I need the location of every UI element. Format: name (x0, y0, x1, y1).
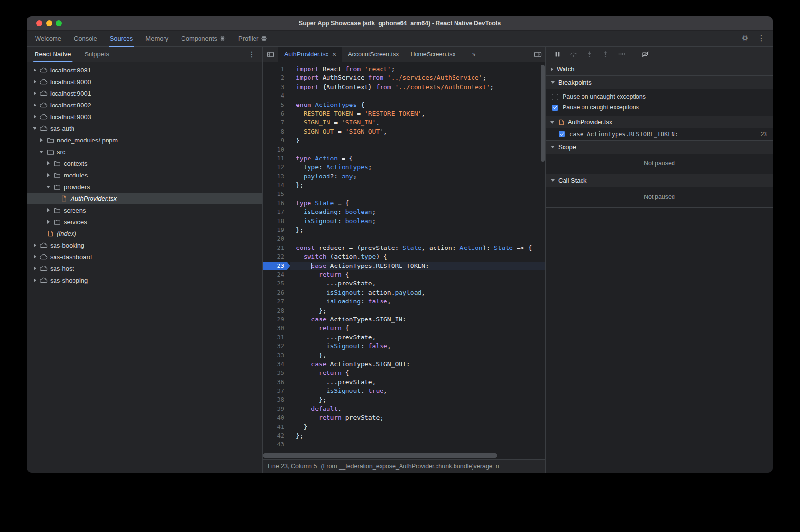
horizontal-scrollbar[interactable] (263, 453, 539, 458)
tree-item-authprovider-tsx[interactable]: AuthProvider.tsx (27, 193, 262, 204)
code-line[interactable] (290, 234, 545, 243)
code-line[interactable] (290, 91, 545, 100)
code-line[interactable]: return { (290, 270, 545, 279)
tree-item-localhost-9001[interactable]: localhost:9001 (27, 88, 262, 99)
tree-item-modules[interactable]: modules (27, 169, 262, 181)
code-line[interactable]: }; (290, 181, 545, 190)
tree-item-localhost-8081[interactable]: localhost:8081 (27, 64, 262, 76)
tab-sources[interactable]: Sources (104, 31, 140, 46)
step-out-button[interactable] (598, 48, 613, 61)
step-over-button[interactable] (566, 48, 581, 61)
code-line[interactable]: isLoading: false, (290, 297, 545, 306)
chevron-right-icon[interactable] (44, 208, 52, 212)
minimize-window-button[interactable] (46, 20, 52, 26)
code-line[interactable]: }; (290, 351, 545, 360)
code-line[interactable]: ...prevState, (290, 333, 545, 342)
code-line[interactable]: isSignout: false, (290, 342, 545, 351)
checkbox[interactable] (552, 94, 558, 100)
chevron-right-icon[interactable] (31, 91, 38, 95)
tree-item-localhost-9000[interactable]: localhost:9000 (27, 76, 262, 88)
code-line[interactable]: case ActionTypes.SIGN_IN: (290, 315, 545, 324)
close-window-button[interactable] (36, 20, 42, 26)
tree-item-localhost-9003[interactable]: localhost:9003 (27, 111, 262, 123)
line-number[interactable]: 2 (263, 73, 290, 82)
file-tab-homescreen-tsx[interactable]: HomeScreen.tsx (404, 47, 461, 62)
line-number[interactable]: 11 (263, 154, 290, 163)
code-line[interactable] (290, 440, 545, 449)
code-line[interactable]: isSignout: true, (290, 387, 545, 395)
tree-item-services[interactable]: services (27, 216, 262, 228)
line-number[interactable]: 32 (263, 342, 290, 351)
step-button[interactable] (614, 48, 629, 61)
code-line[interactable] (290, 145, 545, 154)
line-number[interactable]: 13 (263, 172, 290, 181)
tree-item-sas-booking[interactable]: sas-booking (27, 239, 262, 251)
tree-item-sas-auth[interactable]: sas-auth (27, 123, 262, 134)
line-number[interactable]: 22 (263, 252, 290, 261)
bundle-link[interactable]: __federation_expose_AuthProvider.chunk.b… (339, 463, 472, 470)
tab-welcome[interactable]: Welcome (29, 31, 68, 46)
code-line[interactable]: RESTORE_TOKEN = 'RESTORE_TOKEN', (290, 109, 545, 118)
chevron-right-icon[interactable] (31, 243, 38, 247)
deactivate-breakpoints-button[interactable] (638, 48, 653, 61)
line-number[interactable]: 20 (263, 234, 290, 243)
code-line[interactable]: ...prevState, (290, 378, 545, 387)
line-number[interactable]: 36 (263, 378, 290, 387)
vertical-scrollbar[interactable] (541, 65, 545, 162)
tree-item-providers[interactable]: providers (27, 181, 262, 193)
tree-item-contexts[interactable]: contexts (27, 158, 262, 169)
line-number[interactable]: 4 (263, 91, 290, 100)
code-line[interactable]: return { (290, 369, 545, 377)
panel-tab-snippets[interactable]: Snippets (77, 47, 116, 62)
tree-item-node-modules-pnpm[interactable]: node_modules/.pnpm (27, 134, 262, 146)
code-line[interactable]: type: ActionTypes; (290, 163, 545, 172)
vertical-scrollbar-thumb[interactable] (541, 65, 545, 162)
code-line[interactable] (290, 190, 545, 198)
more-options-kebab-icon[interactable]: ⋮ (757, 35, 765, 42)
code-line[interactable]: isSignout: action.payload, (290, 288, 545, 297)
tab-memory[interactable]: Memory (139, 31, 175, 46)
line-number[interactable]: 39 (263, 405, 290, 413)
chevron-right-icon[interactable] (31, 80, 38, 84)
line-number[interactable]: 25 (263, 279, 290, 288)
chevron-right-icon[interactable] (44, 173, 52, 177)
code-line[interactable]: }; (290, 226, 545, 234)
zoom-window-button[interactable] (56, 20, 62, 26)
code-line[interactable]: isSignout: boolean; (290, 217, 545, 226)
tree-item-sas-host[interactable]: sas-host (27, 263, 262, 274)
code-line[interactable]: import AuthService from '../services/Aut… (290, 73, 545, 82)
code-line[interactable]: }; (290, 395, 545, 404)
breakpoints-section-header[interactable]: Breakpoints (546, 76, 773, 89)
step-into-button[interactable] (582, 48, 597, 61)
call-stack-section-header[interactable]: Call Stack (546, 174, 773, 187)
line-number[interactable]: 40 (263, 413, 290, 422)
breakpoint-marker[interactable]: 23 (263, 262, 290, 270)
line-number[interactable]: 42 (263, 431, 290, 440)
chevron-right-icon[interactable] (31, 278, 38, 282)
chevron-right-icon[interactable] (31, 255, 38, 259)
line-number[interactable]: 19 (263, 226, 290, 234)
code-line[interactable]: payload?: any; (290, 172, 545, 181)
line-number[interactable]: 29 (263, 315, 290, 324)
chevron-down-icon[interactable] (31, 127, 38, 130)
line-number[interactable]: 41 (263, 423, 290, 431)
code-line[interactable]: default: (290, 405, 545, 413)
panel-tab-react-native[interactable]: React Native (28, 47, 77, 62)
code-line[interactable]: SIGN_IN = 'SIGN_IN', (290, 118, 545, 127)
code-line[interactable]: } (290, 423, 545, 431)
breakpoint-entry[interactable]: case ActionTypes.RESTORE_TOKEN:23 (546, 128, 773, 140)
code-line[interactable]: case ActionTypes.SIGN_OUT: (290, 360, 545, 369)
code-line[interactable]: enum ActionTypes { (290, 101, 545, 109)
chevron-right-icon[interactable] (31, 68, 38, 72)
file-tab-authprovider-tsx[interactable]: AuthProvider.tsx× (278, 47, 342, 62)
line-number[interactable]: 9 (263, 136, 290, 145)
tab-console[interactable]: Console (68, 31, 104, 46)
line-number[interactable]: 31 (263, 333, 290, 342)
line-number[interactable]: 21 (263, 244, 290, 252)
code-line[interactable]: SIGN_OUT = 'SIGN_OUT', (290, 127, 545, 136)
code-lines[interactable]: import React from 'react';import AuthSer… (290, 65, 545, 459)
line-number[interactable]: 3 (263, 83, 290, 91)
line-number[interactable]: 24 (263, 270, 290, 279)
line-number[interactable]: 28 (263, 306, 290, 315)
line-number[interactable]: 30 (263, 324, 290, 333)
